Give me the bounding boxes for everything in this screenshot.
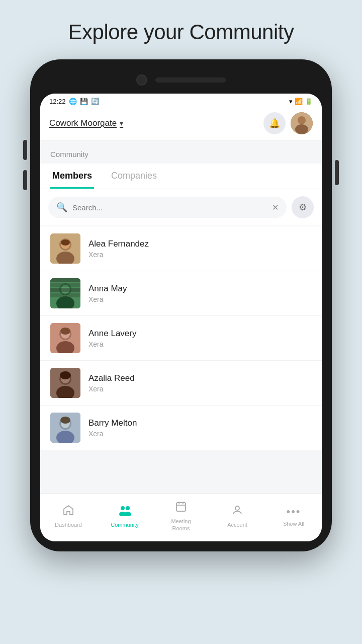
svg-point-2 bbox=[295, 124, 308, 134]
search-row: 🔍 ✕ ⚙ bbox=[40, 189, 322, 225]
member-info: Anna May Xera bbox=[88, 284, 127, 303]
phone-screen: 12:22 🌐 💾 🔄 ▾ 📶 🔋 Cowork Moorgate ▾ 🔔 bbox=[40, 94, 322, 541]
notification-button[interactable]: 🔔 bbox=[263, 112, 286, 134]
member-company: Xera bbox=[88, 251, 149, 259]
speaker bbox=[155, 77, 226, 83]
status-bar-left: 12:22 🌐 💾 🔄 bbox=[49, 98, 99, 105]
member-name: Azalia Reed bbox=[88, 373, 135, 383]
svg-point-39 bbox=[235, 506, 239, 510]
nav-label-account: Account bbox=[227, 521, 247, 528]
nav-label-dashboard: Dashboard bbox=[55, 521, 82, 528]
svg-point-25 bbox=[60, 371, 71, 379]
volume-up-button bbox=[23, 140, 27, 160]
user-avatar-button[interactable] bbox=[291, 112, 313, 134]
home-icon bbox=[62, 504, 74, 519]
person-icon bbox=[231, 504, 243, 519]
list-item[interactable]: Barry Melton Xera bbox=[40, 406, 322, 450]
header-actions: 🔔 bbox=[263, 112, 313, 134]
nav-header: Cowork Moorgate ▾ 🔔 bbox=[40, 108, 322, 141]
member-name: Barry Melton bbox=[88, 418, 137, 428]
page-title: Explore your Community bbox=[58, 0, 304, 59]
avatar bbox=[50, 368, 80, 398]
nav-item-dashboard[interactable]: Dashboard bbox=[48, 502, 88, 530]
member-company: Xera bbox=[88, 430, 137, 438]
phone-top-bar bbox=[40, 69, 322, 94]
search-box: 🔍 ✕ bbox=[48, 197, 287, 218]
nav-item-meeting-rooms[interactable]: Meeting Rooms bbox=[161, 499, 201, 534]
avatar bbox=[50, 413, 80, 443]
member-info: Barry Melton Xera bbox=[88, 418, 137, 438]
svg-point-1 bbox=[298, 116, 306, 124]
svg-point-7 bbox=[61, 239, 70, 246]
status-bar-right: ▾ 📶 🔋 bbox=[289, 98, 313, 105]
content-area: Community Members Companies 🔍 ✕ ⚙ bbox=[40, 141, 322, 493]
sd-card-icon: 💾 bbox=[80, 98, 88, 105]
time-display: 12:22 bbox=[49, 98, 66, 105]
bottom-nav: Dashboard Community bbox=[40, 493, 322, 541]
member-info: Alea Fernandez Xera bbox=[88, 239, 149, 259]
status-bar: 12:22 🌐 💾 🔄 ▾ 📶 🔋 bbox=[40, 94, 322, 108]
members-list: Alea Fernandez Xera bbox=[40, 226, 322, 450]
list-item[interactable]: Alea Fernandez Xera bbox=[40, 226, 322, 271]
clear-icon[interactable]: ✕ bbox=[272, 203, 279, 212]
member-info: Azalia Reed Xera bbox=[88, 373, 135, 393]
calendar-icon bbox=[175, 501, 187, 516]
camera bbox=[136, 74, 147, 86]
member-company: Xera bbox=[88, 340, 136, 348]
nav-label-meeting-rooms: Meeting Rooms bbox=[171, 518, 191, 532]
member-name: Anna May bbox=[88, 284, 127, 294]
globe-icon: 🌐 bbox=[69, 98, 77, 105]
list-item[interactable]: Azalia Reed Xera bbox=[40, 361, 322, 406]
bell-icon: 🔔 bbox=[269, 118, 280, 129]
svg-rect-15 bbox=[50, 293, 80, 297]
battery-icon: 🔋 bbox=[305, 98, 313, 105]
search-input[interactable] bbox=[72, 203, 267, 212]
more-icon: ••• bbox=[286, 505, 301, 518]
svg-point-31 bbox=[121, 506, 125, 510]
list-item[interactable]: Anne Lavery Xera bbox=[40, 316, 322, 361]
avatar bbox=[50, 323, 80, 353]
svg-point-32 bbox=[126, 506, 130, 510]
svg-rect-12 bbox=[50, 278, 80, 282]
member-company: Xera bbox=[88, 385, 135, 393]
nav-item-show-all[interactable]: ••• Show All bbox=[274, 503, 314, 529]
search-icon: 🔍 bbox=[56, 202, 67, 213]
svg-point-20 bbox=[60, 328, 70, 335]
tab-members[interactable]: Members bbox=[50, 164, 94, 189]
side-buttons-left bbox=[23, 140, 27, 190]
community-icon bbox=[118, 504, 132, 519]
svg-rect-35 bbox=[176, 503, 186, 511]
member-name: Anne Lavery bbox=[88, 329, 136, 339]
member-name: Alea Fernandez bbox=[88, 239, 149, 249]
svg-point-30 bbox=[60, 417, 70, 424]
side-buttons-right bbox=[335, 160, 339, 185]
member-company: Xera bbox=[88, 295, 127, 303]
filter-button[interactable]: ⚙ bbox=[292, 196, 314, 218]
nav-item-account[interactable]: Account bbox=[217, 502, 257, 530]
filter-icon: ⚙ bbox=[299, 202, 307, 213]
nav-item-community[interactable]: Community bbox=[105, 502, 145, 530]
svg-point-34 bbox=[124, 512, 131, 516]
signal-icon: 📶 bbox=[295, 98, 303, 105]
wifi-icon: ▾ bbox=[289, 98, 293, 105]
tab-companies[interactable]: Companies bbox=[109, 164, 159, 189]
user-avatar-image bbox=[291, 112, 313, 134]
phone-frame: 12:22 🌐 💾 🔄 ▾ 📶 🔋 Cowork Moorgate ▾ 🔔 bbox=[30, 59, 332, 551]
member-info: Anne Lavery Xera bbox=[88, 329, 136, 348]
tabs-container: Members Companies bbox=[40, 164, 322, 189]
svg-rect-13 bbox=[50, 283, 80, 287]
nav-label-community: Community bbox=[111, 521, 139, 528]
workspace-name: Cowork Moorgate bbox=[49, 118, 117, 128]
svg-rect-14 bbox=[50, 288, 80, 292]
list-item[interactable]: Anna May Xera bbox=[40, 271, 322, 316]
workspace-selector[interactable]: Cowork Moorgate ▾ bbox=[49, 118, 123, 128]
nav-label-show-all: Show All bbox=[283, 520, 304, 527]
chevron-down-icon: ▾ bbox=[120, 119, 123, 127]
avatar bbox=[50, 233, 80, 264]
avatar bbox=[50, 278, 80, 308]
sync-icon: 🔄 bbox=[91, 98, 99, 105]
power-button bbox=[335, 160, 339, 185]
volume-down-button bbox=[23, 170, 27, 190]
section-label: Community bbox=[40, 141, 322, 164]
